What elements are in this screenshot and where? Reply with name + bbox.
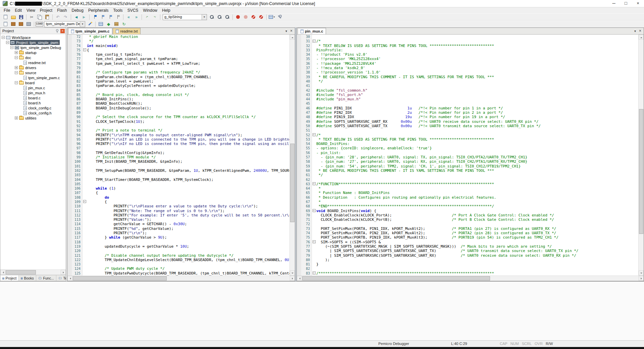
- breakpoint-margin[interactable]: [67, 258, 72, 262]
- code-line[interactable]: 31−/*: [297, 39, 638, 43]
- code-text[interactable]: - {pin_num: '27', peripheral: UART0, sig…: [316, 159, 638, 164]
- code-line[interactable]: 79: [67, 66, 289, 70]
- code-text[interactable]: */: [316, 79, 638, 84]
- breakpoint-margin[interactable]: [67, 151, 72, 155]
- breakpoint-margin[interactable]: [297, 253, 301, 258]
- code-text[interactable]: [87, 146, 289, 150]
- tab-list-icon[interactable]: [633, 29, 638, 33]
- code-text[interactable]: TPM_UpdateChnlEdgeLevelSelect(BOARD_TPM_…: [87, 258, 289, 262]
- navigate-forward-button[interactable]: ►: [80, 14, 88, 20]
- build-button[interactable]: [9, 21, 17, 27]
- scroll-up-icon[interactable]: [639, 35, 644, 40]
- maximize-button[interactable]: □: [620, 0, 632, 7]
- code-line[interactable]: 96 PRINTF("\r\nIf no LED is connected to…: [67, 142, 289, 146]
- code-line[interactable]: 59 - {pin_num: '54', peripheral: TPM2, s…: [297, 164, 638, 168]
- main-vscrollbar[interactable]: [289, 35, 295, 276]
- code-line[interactable]: 111 PRINTF("Note: The range of value is …: [67, 209, 289, 213]
- code-line[interactable]: 124 /* Update PWM duty cycle */: [67, 266, 289, 271]
- code-text[interactable]: PRINTF("%d", getCharValue);: [87, 227, 289, 231]
- code-line[interactable]: 32 * TEXT BELOW IS USED AS SETTING FOR T…: [297, 44, 638, 48]
- code-text[interactable]: [87, 110, 289, 115]
- breakpoint-margin[interactable]: [297, 124, 301, 128]
- expander-plus-icon[interactable]: +: [15, 66, 18, 69]
- code-line[interactable]: 34- !!product 'Pins v2.0': [297, 52, 638, 57]
- find-combo-arrow-icon[interactable]: ▾: [202, 14, 207, 20]
- code-text[interactable]: #include "fsl_common.h": [316, 88, 638, 93]
- code-text[interactable]: PRINTF("For example: If enter '5', the d…: [87, 213, 289, 217]
- expander-minus-icon[interactable]: −: [6, 41, 9, 44]
- redo-button[interactable]: ↷: [62, 14, 69, 20]
- find-in-files-button[interactable]: [208, 14, 216, 20]
- code-line[interactable]: 39 * BE CAREFUL MODIFYING THIS COMMENT -…: [297, 75, 638, 79]
- bookmark-next-button[interactable]: [106, 14, 114, 20]
- breakpoint-margin[interactable]: [297, 66, 301, 70]
- breakpoint-margin[interactable]: [297, 195, 301, 200]
- code-line[interactable]: 105: [67, 182, 289, 186]
- code-line[interactable]: 74 PORT_SetPinMux(PORTA, PIN2_IDX, kPORT…: [297, 231, 638, 235]
- code-text[interactable]: BOARD_InitDebugConsole();: [87, 106, 289, 110]
- code-line[interactable]: 82: [297, 266, 638, 271]
- code-line[interactable]: 38- !!processor_version '1.1.0': [297, 70, 638, 74]
- code-line[interactable]: 41: [297, 84, 638, 88]
- code-text[interactable]: tpm_chnl_pwm_signal_param_t tpmParam;: [87, 57, 289, 61]
- code-line[interactable]: 114 getCharValue = GETCHAR() - 0x30U;: [67, 222, 289, 226]
- tree-item-tpm-simple-pwm-debug[interactable]: −tpm_simple_pwm Debug: [0, 45, 66, 50]
- code-text[interactable]: [316, 84, 638, 88]
- bookmark-toggle-button[interactable]: [91, 14, 99, 20]
- scroll-right-icon[interactable]: [639, 276, 644, 281]
- code-line[interactable]: 77 tpm_chnl_pwm_signal_param_t tpmParam;: [67, 57, 289, 61]
- code-text[interactable]: [87, 262, 289, 266]
- code-line[interactable]: 86 BOARD_InitPins();: [67, 97, 289, 101]
- code-text[interactable]: /*: [316, 133, 638, 137]
- tree-item-drivers[interactable]: +drivers: [0, 65, 66, 70]
- code-line[interactable]: 80 /* Configure tpm params with frequenc…: [67, 70, 289, 74]
- menu-window[interactable]: Window: [141, 8, 160, 13]
- code-text[interactable]: - {pin_num: '54', peripheral: TPM2, sign…: [316, 164, 638, 168]
- pin-icon[interactable]: [55, 29, 59, 33]
- scroll-left-icon[interactable]: [0, 270, 5, 275]
- code-line[interactable]: 53 * TEXT BELOW IS USED AS SETTING FOR T…: [297, 137, 638, 142]
- breakpoint-margin[interactable]: [67, 106, 72, 110]
- code-text[interactable]: #define PIN1_IDX 1u /*!< Pin number for …: [316, 106, 638, 110]
- code-text[interactable]: CLOCK_SetTpmClock(1U);: [87, 119, 289, 124]
- breakpoint-margin[interactable]: [297, 39, 301, 43]
- fold-collapse-icon[interactable]: −: [313, 40, 316, 43]
- breakpoint-margin[interactable]: [67, 186, 72, 191]
- code-text[interactable]: TPM_GetDefaultConfig(&tpmInfo);: [87, 151, 289, 155]
- breakpoint-margin[interactable]: [67, 142, 72, 146]
- code-line[interactable]: 76− SIM->SOPT5 = ((SIM->SOPT5 &: [297, 240, 638, 244]
- code-text[interactable]: [316, 222, 638, 226]
- code-line[interactable]: 72: [297, 222, 638, 226]
- close-button[interactable]: ×: [632, 0, 644, 7]
- code-line[interactable]: 43#include "fsl_port.h": [297, 93, 638, 97]
- breakpoint-margin[interactable]: [297, 217, 301, 222]
- breakpoint-margin[interactable]: [297, 101, 301, 106]
- code-line[interactable]: 109− {: [67, 200, 289, 204]
- code-text[interactable]: PORT_SetPinMux(PORTA, PIN1_IDX, kPORT_Mu…: [316, 227, 638, 231]
- main-hscrollbar[interactable]: [67, 276, 295, 281]
- breakpoint-margin[interactable]: [297, 128, 301, 133]
- breakpoint-margin[interactable]: [67, 213, 72, 217]
- right-vscrollbar[interactable]: [638, 35, 644, 276]
- menu-edit[interactable]: Edit: [12, 8, 24, 13]
- breakpoint-margin[interactable]: [297, 44, 301, 48]
- code-text[interactable]: [87, 164, 289, 168]
- breakpoint-margin[interactable]: [297, 222, 301, 226]
- code-text[interactable]: */: [316, 173, 638, 177]
- code-text[interactable]: tpmParam.level = pwmLevel;: [87, 79, 289, 84]
- code-text[interactable]: /*FUNCTION******************************…: [316, 182, 638, 186]
- breakpoint-margin[interactable]: [67, 115, 72, 119]
- code-line[interactable]: 108 do: [67, 195, 289, 200]
- breakpoint-margin[interactable]: [297, 262, 301, 266]
- find-combo[interactable]: g_tipString▾: [163, 14, 207, 20]
- indent-button[interactable]: »: [132, 14, 140, 20]
- breakpoint-margin[interactable]: [297, 35, 301, 39]
- code-line[interactable]: 70 CLOCK_EnableClock(kCLOCK_PortA); /* P…: [297, 213, 638, 217]
- copy-button[interactable]: [36, 14, 43, 20]
- expander-plus-icon[interactable]: +: [15, 116, 18, 119]
- code-line[interactable]: 50#define SOPT5_UART0TXSRC_UART_TX 0x00u…: [297, 124, 638, 128]
- code-line[interactable]: 72 * @brief Main function: [67, 35, 289, 39]
- rebuild-button[interactable]: [17, 21, 25, 27]
- uncomment-button[interactable]: */: [151, 14, 159, 20]
- breakpoint-margin[interactable]: [297, 266, 301, 271]
